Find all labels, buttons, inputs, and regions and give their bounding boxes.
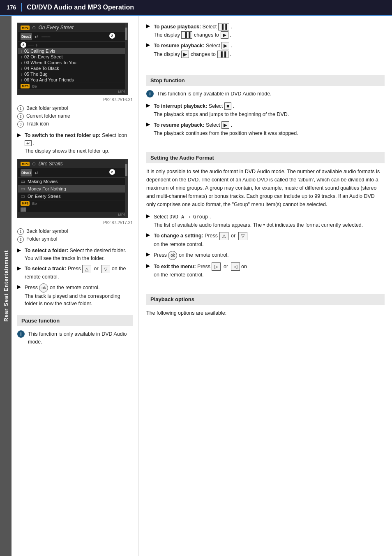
screen1-bottom-mp3: MP3 [21,84,30,88]
interrupt-playback-item: ▶ To interrupt playback: Select ■ . The … [146,102,385,118]
up-btn[interactable]: △ [82,265,91,273]
screen2-mp3-footer: MP3 [18,212,127,217]
screen1-mp3-badge: MP3 [21,26,30,30]
track-row-6: ♪ 06 You And Your Friends [18,77,127,83]
screen1-tracks: ♪ 01 Calling Elvis ♪ 02 On Every Street … [18,48,127,83]
screen2-extra-row: ▓▓ [18,207,127,212]
audio-format-box: Setting the Audio Format [146,152,385,163]
track-row-4: ♪ 04 Fade To Black [18,65,127,71]
exit-left-btn[interactable]: ◁ [231,262,240,271]
screen1-bottom-badge: Be [32,84,37,88]
select-folder-item: ▶ To select a folder: Select the desired… [17,247,133,262]
label2-2: 2 Folder symbol [17,236,133,243]
pause-function-title: Pause function [21,318,60,324]
pause-playback-item: ▶ To pause playback: Select ▐▐ . The dis… [146,23,385,39]
track-row-2: ♪ 02 On Every Street [18,54,127,60]
folder-row-1: ▭ Making Movies [18,178,127,185]
screen2-mp3-badge: MP3 [21,162,30,166]
screen1-scrollbar [125,23,127,94]
screen2-folder-name: Dire Straits [38,161,62,167]
folder-row-2: ▭ Money For Nothing [18,185,127,193]
playback-options-box: Playback options [146,294,385,305]
label1-3: 3 Track icon [17,121,133,128]
screen2-part-code: P82.87-2517-31 [17,220,133,225]
press-ok-audio-item: ▶ Press ok on the remote control. [146,251,385,260]
audio-format-title: Setting the Audio Format [150,155,214,161]
stop-info-icon: i [146,90,154,97]
right-column: ▶ To pause playback: Select ▐▐ . The dis… [139,16,392,556]
screen1-badge3: 3 [21,42,26,48]
screen2-bottom: MP3 Be [18,200,127,207]
playback-options-body: The following options are available: [146,309,385,317]
screen2-mockup: MP3 ⊙ Dire Straits Disc 1 ↵ 2 [17,159,128,218]
screen1-header: MP3 ⊙ On Every Street [18,23,127,32]
pause-info-block: i This function is only available in DVD… [17,330,133,346]
screen1-folder-name: On Every Street [38,25,73,30]
stop-info-block: i This function is only available in DVD… [146,90,385,98]
pause-info-icon: i [17,330,25,338]
change-setting-item: ▶ To change a setting: Press △ or ▽ on t… [146,232,385,248]
track-row-3: ♪ 03 When It Comes To You [18,60,127,65]
pause-symbol: ▐▐ [218,23,229,30]
screen1-badge2: 2 [109,33,115,39]
label1-1: 1 Back folder symbol [17,105,133,112]
resume-play-sym2: ▶ [181,51,189,58]
page-number: 176 [7,4,16,11]
stop-function-title: Stop function [150,77,185,84]
select-dvd-item: ▶ Select DVD-A → Group . The list of ava… [146,213,385,229]
dvd-group-text: DVD-A → Group [169,214,208,220]
page-title: CD/DVD Audio and MP3 Operation [27,4,134,11]
screen1-disc-label: Disc 1 [21,33,32,40]
ok-btn[interactable]: ok [39,283,48,292]
pause-symbol2: ▐▐ [181,31,192,39]
folder-row-3: ▭ On Every Strees [18,193,127,200]
sidebar-label: Rear Seat Entertainment [0,16,12,556]
label1-2: 2 Current folder name [17,113,133,120]
spacer1 [146,61,385,71]
ok-btn-audio[interactable]: ok [168,251,177,260]
resume-stop-item: ▶ To resume playback: Select ▶ . The pla… [146,121,385,137]
spacer3 [146,281,385,290]
page-header: 176 CD/DVD Audio and MP3 Operation [0,0,392,16]
pause-play-sym: ▶ [221,31,228,39]
track-row-1: ♪ 01 Calling Elvis [18,48,127,54]
playback-options-title: Playback options [150,296,194,302]
back-icon-symbol: ↵ [25,140,32,146]
stop-function-box: Stop function [146,75,385,86]
stop-resume-sym: ▶ [221,121,229,129]
screen1-mp3-footer: MP3 [18,89,127,94]
screen1-mockup: MP3 ⊙ On Every Street Disc 1 ↵ ─── 2 [17,23,128,95]
interrupt-sym: ■ [224,102,231,110]
pause-function-box: Pause function [17,315,133,326]
screen1-badge3-row: 3 ── ♪ [18,42,127,48]
screen2-disc: Disc 1 [21,169,32,176]
resume-play-sym: ▶ [221,42,229,49]
screen2-scrollbar [125,160,127,217]
left-column: MP3 ⊙ On Every Street Disc 1 ↵ ─── 2 [12,16,139,556]
label2-1: 1 Back folder symbol [17,228,133,235]
screen1-labels: 1 Back folder symbol 2 Current folder na… [17,105,133,128]
spacer2 [146,140,385,148]
screen1-spacer: ─── [42,35,50,39]
audio-format-body: It is only possible to set the audio for… [146,167,385,209]
down-btn[interactable]: ▽ [101,265,110,273]
exit-menu-item: ▶ To exit the menu: Press ▷ or ◁ on on t… [146,262,385,279]
select-track-item: ▶ To select a track: Press △ or ▽ on the… [17,265,133,281]
resume-playback-item: ▶ To resume playback: Select ▶ . The dis… [146,42,385,58]
screen1-part-code: P82.87-2516-31 [17,97,133,102]
next-folder-section: ▶ To switch to the next folder up: Selec… [17,132,133,155]
exit-right-btn[interactable]: ▷ [212,262,221,271]
screen1-bottom: MP3 Be [18,83,127,89]
change-up-btn[interactable]: △ [219,232,228,240]
screen2-labels: 1 Back folder symbol 2 Folder symbol [17,228,133,243]
screen2-folders: ▭ Making Movies ▭ Money For Nothing ▭ On… [18,178,127,200]
content-area: MP3 ⊙ On Every Street Disc 1 ↵ ─── 2 [12,16,392,556]
resume-pause-sym: ▐▐ [217,51,228,58]
screen1-back-icon: ↵ [35,34,39,40]
track-row-5: ♪ 05 The Bug [18,71,127,77]
change-down-btn[interactable]: ▽ [238,232,247,240]
screen2-bottom-mp3: MP3 [21,201,30,206]
screen2-header: MP3 ⊙ Dire Straits [18,160,127,168]
press-ok-item: ▶ Press ok on the remote control. The tr… [17,283,133,308]
main-layout: Rear Seat Entertainment MP3 ⊙ On Every S… [0,16,392,556]
